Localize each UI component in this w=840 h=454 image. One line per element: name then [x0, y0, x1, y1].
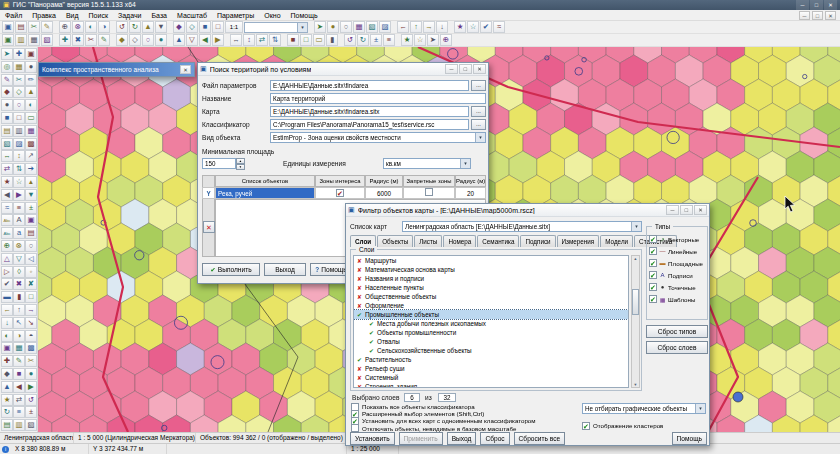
layer-item[interactable]: ✘Строения, здания	[354, 382, 628, 388]
left-toolbar-icon[interactable]: ●	[25, 61, 37, 73]
scroll-down-icon[interactable]: ▾	[634, 382, 636, 387]
mdi-control-icon[interactable]: □	[812, 11, 823, 20]
type-item[interactable]: ✔●Точечные	[649, 281, 706, 293]
left-toolbar-icon[interactable]: ▦	[13, 342, 25, 354]
left-toolbar-icon[interactable]: ▶	[25, 381, 37, 393]
tab-Листы[interactable]: Листы	[414, 235, 442, 247]
button-Применить[interactable]: Применить	[399, 432, 443, 445]
toolbar-icon[interactable]: ○	[142, 34, 154, 46]
toolbar-icon[interactable]: ◇	[129, 34, 141, 46]
layer-check-icon[interactable]: ✔	[368, 348, 375, 354]
close-button[interactable]: ✕	[694, 205, 707, 215]
type-item[interactable]: ✔▦Шаблоны	[649, 293, 706, 305]
menu-item-Окно[interactable]: Окно	[259, 10, 285, 21]
toolbar-icon[interactable]: ◆	[116, 34, 128, 46]
toolbar-icon[interactable]: ▤	[15, 21, 27, 33]
layer-item[interactable]: ✘Рельеф суши	[354, 364, 628, 373]
layer-item[interactable]: ✘Общественные объекты	[354, 292, 628, 301]
left-toolbar-icon[interactable]: ✎	[13, 355, 25, 367]
layer-check-icon[interactable]: ✔	[368, 339, 375, 345]
left-toolbar-icon[interactable]: ◦	[25, 266, 37, 278]
left-toolbar-icon[interactable]: ±	[25, 406, 37, 418]
table-row-object-name[interactable]: Река, ручей	[215, 187, 315, 199]
left-toolbar-icon[interactable]: ▤	[1, 125, 13, 137]
layer-cross-icon[interactable]: ✘	[356, 303, 363, 309]
left-toolbar-icon[interactable]: ○	[25, 240, 37, 252]
left-toolbar-icon[interactable]: ▭	[25, 112, 37, 124]
left-toolbar-icon[interactable]: ■	[13, 368, 25, 380]
type-checkbox[interactable]: ✔	[649, 247, 657, 255]
toolbar-icon[interactable]: ◐	[85, 21, 97, 33]
menu-item-Правка[interactable]: Правка	[27, 10, 61, 21]
toolbar-icon[interactable]: □	[212, 21, 224, 33]
minimize-button[interactable]: ─	[666, 205, 679, 215]
tab-Семантика[interactable]: Семантика	[477, 235, 519, 247]
toolbar-icon[interactable]: ↺	[344, 34, 356, 46]
toolbar-icon[interactable]: ≈	[493, 21, 505, 33]
left-toolbar-icon[interactable]: □	[13, 112, 25, 124]
type-item[interactable]: ✔AПодписи	[649, 269, 706, 281]
button-Сброс[interactable]: Сброс	[480, 432, 509, 445]
layer-cross-icon[interactable]: ✘	[356, 285, 363, 291]
layer-item[interactable]: ✔Места добычи полезных ископаемых	[354, 319, 628, 328]
scroll-up-icon[interactable]: ▴	[634, 256, 636, 261]
toolbar-icon[interactable]: ▮	[326, 34, 338, 46]
left-toolbar-icon[interactable]: ↕	[13, 150, 25, 162]
left-toolbar-icon[interactable]: ▽	[13, 253, 25, 265]
toolbar-icon[interactable]: ←	[397, 21, 409, 33]
reset-layers-button[interactable]: Сброс слоев	[646, 341, 708, 354]
close-icon[interactable]: ✕	[180, 65, 191, 74]
left-toolbar-icon[interactable]: ✖	[13, 278, 25, 290]
forbidden-checkbox[interactable]	[425, 188, 433, 196]
type-checkbox[interactable]: ✔	[649, 235, 657, 243]
left-toolbar-icon[interactable]: ◑	[13, 330, 25, 342]
layer-check-icon[interactable]: ✔	[368, 321, 375, 327]
spin-down-icon[interactable]: ▾	[236, 164, 245, 170]
toolbar-icon[interactable]: ▲	[173, 34, 185, 46]
left-toolbar-icon[interactable]: →	[25, 304, 37, 316]
toolbar-icon[interactable]: ☆	[467, 21, 479, 33]
left-toolbar-icon[interactable]: ▣	[25, 214, 37, 226]
toolbar-icon[interactable]: ☆	[414, 34, 426, 46]
left-toolbar-icon[interactable]: a	[13, 227, 25, 239]
scale-1-1-button[interactable]: 1:1	[225, 21, 243, 33]
menu-item-База[interactable]: База	[146, 10, 172, 21]
left-toolbar-icon[interactable]: ▩	[25, 342, 37, 354]
type-checkbox[interactable]: ✔	[649, 271, 657, 279]
left-toolbar-icon[interactable]: ◆	[1, 368, 13, 380]
browse-map-button[interactable]: ...	[471, 106, 486, 117]
left-toolbar-icon[interactable]: ↔	[1, 150, 13, 162]
layer-cross-icon[interactable]: ✘	[356, 384, 363, 389]
left-toolbar-icon[interactable]: ≈	[1, 202, 13, 214]
left-toolbar-icon[interactable]: ⇅	[13, 163, 25, 175]
left-toolbar-icon[interactable]: ✘	[25, 278, 37, 290]
toolbar-icon[interactable]: ⇅	[269, 34, 281, 46]
menu-item-Поиск[interactable]: Поиск	[84, 10, 113, 21]
toolbar-icon[interactable]: →	[423, 21, 435, 33]
option-row[interactable]: ✔Установить для всех карт с одноименным …	[351, 417, 579, 424]
left-toolbar-icon[interactable]: ◊	[13, 266, 25, 278]
left-toolbar-icon[interactable]: ▧	[25, 419, 37, 431]
left-toolbar-icon[interactable]: Abc	[1, 227, 13, 239]
layer-cross-icon[interactable]: ✘	[356, 375, 363, 381]
toolbar-icon[interactable]: ➤	[427, 34, 439, 46]
left-toolbar-icon[interactable]: ➔	[25, 163, 37, 175]
toolbar-icon[interactable]: ↻	[129, 21, 141, 33]
tab-Номера[interactable]: Номера	[443, 235, 476, 247]
toolbar-icon[interactable]: ≡	[383, 34, 395, 46]
left-toolbar-icon[interactable]: ▧	[1, 138, 13, 150]
toolbar-icon[interactable]: ▭	[313, 34, 325, 46]
left-toolbar-icon[interactable]: ▥	[13, 125, 25, 137]
units-combo[interactable]: кв.км▾	[383, 158, 471, 169]
left-toolbar-icon[interactable]: ◀	[13, 381, 25, 393]
option-row[interactable]: Отключать объекты, невидимые в базовом м…	[351, 425, 579, 432]
type-checkbox[interactable]: ✔	[649, 283, 657, 291]
minimize-button[interactable]: ─	[796, 0, 809, 10]
layer-cross-icon[interactable]: ✘	[356, 366, 363, 372]
layer-cross-icon[interactable]: ✘	[356, 258, 363, 264]
button-Помощь[interactable]: Помощь	[672, 432, 707, 445]
layer-item[interactable]: ✔Объекты промышленности	[354, 328, 628, 337]
toolbar-icon[interactable]: ↔	[230, 34, 242, 46]
left-toolbar-icon[interactable]: ✚	[13, 48, 25, 60]
left-toolbar-icon[interactable]: ▣	[25, 48, 37, 60]
